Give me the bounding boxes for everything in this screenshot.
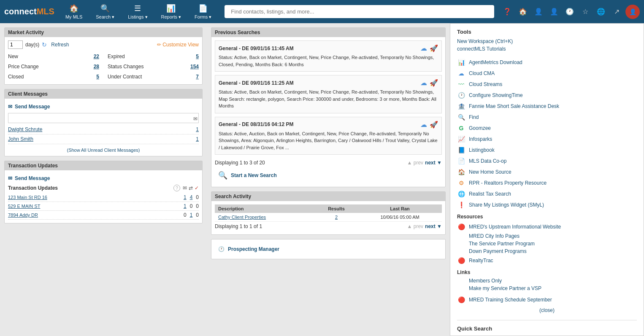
home-icon[interactable]: 🏠 [516,5,530,19]
trans-name-1[interactable]: 123 Main St RD 16 [8,195,184,200]
tool-mls-data[interactable]: 📄 MLS Data Co-op [457,156,637,167]
tu-email-icon[interactable]: ✉ [183,185,187,191]
cloud-icon-1[interactable]: ☁ [420,44,427,52]
logo[interactable]: connect MLS [4,7,54,16]
link-members-only[interactable]: Members Only [457,277,637,285]
cloud-icon-2[interactable]: ☁ [420,79,427,87]
envelope-icon: ✉ [8,104,12,110]
tool-rpr[interactable]: ⚙ RPR - Realtors Property Resource [457,177,637,188]
tool-agent-metrics[interactable]: 📊 AgentMetrics Download [457,57,637,68]
rocket-icon-3[interactable]: 🚀 [430,121,438,129]
stat-new-value[interactable]: 22 [94,54,99,59]
tool-realist-tax[interactable]: 🌐 Realist Tax Search [457,188,637,199]
client-count-dwight[interactable]: 1 [196,126,199,132]
tool-listingbook[interactable]: 📘 Listingbook [457,145,637,156]
tool-goomzee[interactable]: G Goomzee [457,123,637,134]
start-search-label: Start a New Search [231,172,277,178]
next-button[interactable]: next ▼ [425,160,442,166]
share-icon[interactable]: ↗ [610,5,623,19]
globe-icon[interactable]: 🌐 [594,5,608,19]
client-count-john[interactable]: 1 [196,136,199,142]
tu-sync-icon[interactable]: ⇄ [189,185,193,191]
trans-count-1b[interactable]: 4 [190,194,193,200]
tool-new-home-source[interactable]: 🏠 New Home Source [457,167,637,177]
tool-infosparks[interactable]: 📈 Infosparks [457,134,637,145]
trans-name-3[interactable]: 7894 Addy DR [8,212,184,218]
search-item-1: General - DE 09/01/16 11:45 AM ☁ 🚀 Statu… [215,40,442,72]
trans-count-2a[interactable]: 1 [184,203,187,209]
resource-service-partner[interactable]: The Service Partner Program [457,240,637,247]
day-input[interactable] [8,40,23,49]
tool-showing-time[interactable]: 🕐 Configure ShowingTime [457,90,637,101]
client-name-dwight[interactable]: Dwight Schrute [8,126,196,132]
nav-reports[interactable]: 📊 Reports ▾ [154,0,188,23]
sa-pagination-info: Displaying 1 to 1 of 1 [215,223,262,229]
show-all-client-messages-link[interactable]: (Show All Unread Client Messages) [8,148,199,153]
resource-mred-upstream[interactable]: 🔴 MRED's Upstream Informational Website [457,221,637,232]
tool-smyl[interactable]: ❗ Share My Listings Widget (SMyL) [457,199,637,210]
rocket-icon-2[interactable]: 🚀 [430,79,438,87]
nav-search[interactable]: 🔍 Search ▾ [89,0,121,23]
trans-counts-1: 1 4 0 [184,194,199,200]
link-vsp[interactable]: Make my Service Partner a VSP [457,285,637,292]
tool-find[interactable]: 🔍 Find [457,112,637,123]
trans-count-1a[interactable]: 1 [184,194,187,200]
stat-price-change-value[interactable]: 28 [94,64,99,70]
previous-searches-body: General - DE 09/01/16 11:45 AM ☁ 🚀 Statu… [211,37,445,187]
refresh-icon[interactable]: ↻ [42,41,47,48]
stat-under-contract-value[interactable]: 7 [196,74,199,80]
nav-forms[interactable]: 📄 Forms ▾ [188,0,218,23]
nav-right-icons: ❓ 🏠 👤 👤 🕐 ☆ 🌐 ↗ 👤 [501,5,640,19]
nav-my-mls[interactable]: 🏠 My MLS [59,0,89,23]
tu-check-icon[interactable]: ✓ [195,185,199,191]
customize-view-button[interactable]: ✏ Customize View [157,42,199,48]
stat-expired-value[interactable]: 5 [196,54,199,59]
trans-count-3b[interactable]: 1 [190,212,193,218]
help-icon[interactable]: ❓ [501,5,514,19]
sa-pagination-buttons: ▲ prev next ▼ [407,223,442,229]
sa-row-desc-1[interactable]: Cathy Client Properties [218,215,266,220]
prospecting-manager-link[interactable]: 🕐 Prospecting Manager [215,243,442,255]
client-messages-title: Client Messages [5,89,202,99]
resource-down-payment[interactable]: Down Payment Programs [457,247,637,255]
send-client-message-button[interactable]: ✉ Send Message [8,102,50,111]
tool-cloud-cma[interactable]: ☁ Cloud CMA [457,68,637,79]
tool-find-icon: 🔍 [457,113,465,121]
mred-training-link[interactable]: 🔴 MRED Training Schedule September [457,296,637,304]
tutorials-link[interactable]: connectMLS Tutorials [457,45,513,53]
client-name-john[interactable]: John Smith [8,136,196,142]
refresh-button[interactable]: Refresh [51,42,69,48]
global-search-input[interactable] [225,5,494,18]
search-activity-title: Search Activity [211,192,445,201]
client-message-compose[interactable]: ✉ [8,113,199,123]
profile-icon[interactable]: 👤 [547,5,561,19]
sa-col-description: Description [215,204,315,213]
nav-listings[interactable]: ☰ Listings ▾ [121,0,154,23]
new-workspace-link[interactable]: New Workspace (Ctrl+K) [457,38,513,45]
tool-fannie-mae[interactable]: 🏦 Fannie Mae Short Sale Assistance Desk [457,101,637,112]
send-icon[interactable]: ✉ [193,116,198,122]
tools-items-list: 📊 AgentMetrics Download ☁ Cloud CMA 〰 Cl… [457,57,637,210]
clock-icon[interactable]: 🕐 [563,5,576,19]
user-avatar[interactable]: 👤 [625,5,640,19]
send-transaction-message-button[interactable]: ✉ Send Message [8,174,50,183]
stat-closed-value[interactable]: 5 [96,74,99,80]
search-item-1-header: General - DE 09/01/16 11:45 AM ☁ 🚀 [219,44,438,52]
sa-row-results-1[interactable]: 2 [335,215,338,220]
info-icon[interactable]: ? [173,185,180,191]
quick-search-title: Quick Search [457,324,637,333]
search-item-3-title: General - DE 08/31/16 04:12 PM [219,121,293,127]
stat-status-changes-value[interactable]: 154 [190,64,199,70]
resource-city-info[interactable]: MRED City Info Pages [457,232,637,240]
global-search[interactable] [225,5,494,18]
contact-icon[interactable]: 👤 [532,5,545,19]
star-icon[interactable]: ☆ [579,5,592,19]
trans-name-2[interactable]: 529 E MAIN ST [8,204,184,209]
resource-realtytrac[interactable]: 🔴 RealtyTrac [457,255,637,266]
transaction-header: Transaction Updates ? ✉ ⇄ ✓ [8,183,199,193]
start-new-search[interactable]: 🔍 Start a New Search [215,167,442,183]
tool-cloud-streams[interactable]: 〰 Cloud Streams [457,79,637,90]
tools-close-button[interactable]: (close) [457,307,637,313]
cloud-icon-3[interactable]: ☁ [420,121,427,129]
rocket-icon-1[interactable]: 🚀 [430,44,438,52]
